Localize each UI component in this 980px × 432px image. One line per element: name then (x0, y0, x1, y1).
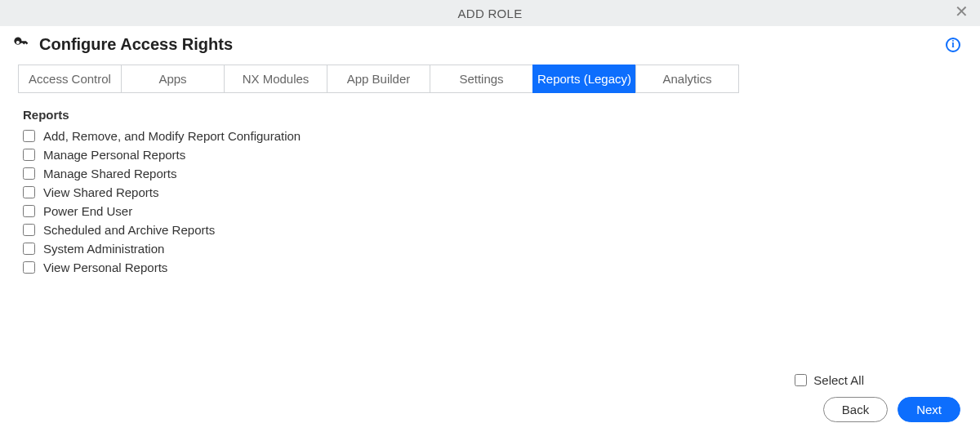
permission-row[interactable]: Manage Shared Reports (23, 164, 980, 183)
close-icon[interactable]: ✕ (955, 3, 969, 20)
permission-list: Add, Remove, and Modify Report Configura… (23, 127, 980, 277)
permission-label: Add, Remove, and Modify Report Configura… (43, 129, 301, 143)
permission-label: Scheduled and Archive Reports (43, 223, 215, 237)
modal-header: ADD ROLE ✕ (0, 0, 980, 26)
permission-label: Manage Personal Reports (43, 148, 185, 162)
tab-analytics[interactable]: Analytics (635, 65, 739, 93)
permission-checkbox[interactable] (23, 205, 35, 217)
tab-apps[interactable]: Apps (121, 65, 225, 93)
permission-checkbox[interactable] (23, 243, 35, 255)
permission-label: Power End User (43, 204, 132, 218)
permission-row[interactable]: Manage Personal Reports (23, 145, 980, 164)
permission-checkbox[interactable] (23, 261, 35, 274)
permission-row[interactable]: Add, Remove, and Modify Report Configura… (23, 127, 980, 145)
permission-checkbox[interactable] (23, 186, 35, 198)
permission-group-title: Reports (23, 108, 980, 122)
select-all-checkbox[interactable] (795, 374, 807, 386)
permission-label: System Administration (43, 242, 164, 256)
back-button[interactable]: Back (823, 397, 888, 422)
permission-checkbox[interactable] (23, 224, 35, 236)
permission-row[interactable]: View Personal Reports (23, 258, 980, 277)
select-all-row[interactable]: Select All (795, 373, 864, 387)
tab-settings[interactable]: Settings (430, 65, 533, 93)
title-row: Configure Access Rights i (0, 26, 980, 56)
tab-app-builder[interactable]: App Builder (327, 65, 430, 93)
content-area: Reports Add, Remove, and Modify Report C… (0, 93, 980, 277)
permission-label: View Shared Reports (43, 185, 158, 199)
tab-reports-legacy[interactable]: Reports (Legacy) (532, 65, 636, 93)
modal-title: ADD ROLE (457, 7, 522, 20)
permission-label: View Personal Reports (43, 261, 167, 274)
permission-row[interactable]: System Administration (23, 239, 980, 258)
permission-checkbox[interactable] (23, 167, 35, 180)
tab-access-control[interactable]: Access Control (18, 65, 122, 93)
tab-bar: Access ControlAppsNX ModulesApp BuilderS… (18, 65, 980, 93)
permission-row[interactable]: Power End User (23, 202, 980, 220)
section-title: Configure Access Rights (39, 35, 233, 54)
permission-row[interactable]: Scheduled and Archive Reports (23, 220, 980, 239)
title-left: Configure Access Rights (13, 34, 233, 55)
next-button[interactable]: Next (898, 397, 960, 422)
key-icon (13, 34, 29, 55)
tab-nx-modules[interactable]: NX Modules (224, 65, 327, 93)
select-all-label: Select All (813, 373, 864, 387)
info-icon[interactable]: i (946, 38, 960, 52)
footer: Select All Back Next (795, 373, 960, 422)
permission-checkbox[interactable] (23, 149, 35, 161)
permission-label: Manage Shared Reports (43, 167, 176, 180)
button-row: Back Next (823, 397, 960, 422)
permission-row[interactable]: View Shared Reports (23, 183, 980, 202)
permission-checkbox[interactable] (23, 130, 35, 142)
